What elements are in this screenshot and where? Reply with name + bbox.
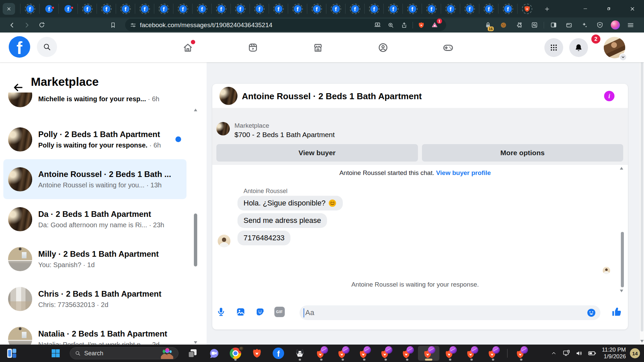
network-button[interactable] — [561, 348, 572, 358]
sidebar-scrollbar[interactable] — [193, 109, 198, 345]
forward-button[interactable] — [19, 19, 34, 31]
taskbar-icon-brave-profile[interactable] — [354, 346, 375, 361]
browser-tab-facebook[interactable]: f — [116, 4, 135, 14]
page-scroll-thumb[interactable] — [641, 50, 643, 331]
nav-groups[interactable] — [372, 33, 394, 62]
conversation-info-button[interactable]: i — [604, 91, 614, 101]
nav-watch[interactable] — [241, 33, 264, 62]
facebook-search-button[interactable] — [37, 37, 57, 57]
browser-tab-facebook[interactable]: f — [422, 4, 441, 14]
tray-chevron-button[interactable] — [549, 348, 559, 358]
profile-button[interactable] — [607, 19, 623, 31]
browser-tab-facebook[interactable]: f — [97, 4, 116, 14]
taskbar-icon-brave-profile[interactable] — [461, 346, 482, 361]
nav-marketplace[interactable] — [307, 33, 329, 62]
browser-tab-facebook[interactable]: f — [39, 4, 58, 14]
nav-gaming[interactable] — [437, 33, 460, 62]
view-buyer-profile-link[interactable]: View buyer profile — [436, 169, 491, 176]
facebook-logo[interactable]: f — [9, 36, 30, 58]
browser-tab-facebook[interactable]: f — [479, 4, 498, 14]
message-input[interactable]: Aa — [300, 305, 600, 320]
notification-center-badge[interactable]: 14 — [630, 348, 640, 358]
minimize-button[interactable] — [574, 0, 597, 17]
back-button[interactable] — [5, 19, 19, 31]
search-tabs-button[interactable] — [527, 19, 542, 31]
conversation-row[interactable]: Da · 2 Beds 1 Bath ApartmentDa: Good aft… — [3, 199, 186, 239]
browser-tab-facebook[interactable]: f — [498, 4, 517, 14]
maximize-button[interactable] — [597, 0, 621, 17]
taskbar-icon-brave-profile[interactable] — [482, 346, 504, 361]
browser-tab-facebook[interactable]: f — [135, 4, 154, 14]
browser-tab-facebook[interactable]: f — [402, 4, 422, 14]
extensions-button[interactable] — [511, 19, 527, 31]
site-settings-icon[interactable] — [130, 22, 137, 28]
new-tab-button[interactable] — [541, 4, 553, 14]
more-options-button[interactable]: More options — [422, 144, 624, 162]
conversation-row[interactable]: Chris · 2 Beds 1 Bath ApartmentChris: 77… — [3, 279, 186, 319]
page-scrollbar[interactable] — [639, 33, 644, 345]
chat-avatar[interactable] — [219, 87, 237, 105]
browser-tab-facebook[interactable]: f — [460, 4, 479, 14]
browser-tab-facebook[interactable]: f — [154, 4, 173, 14]
browser-tab-facebook[interactable]: f — [77, 4, 97, 14]
widgets-button[interactable] — [6, 345, 17, 362]
scroll-thumb[interactable] — [194, 214, 197, 266]
taskbar-search-box[interactable]: Search — [70, 347, 178, 359]
close-window-button[interactable] — [621, 0, 644, 17]
browser-tab-facebook[interactable]: f — [383, 4, 402, 14]
taskbar-icon-teams-chat[interactable] — [203, 346, 225, 361]
clock[interactable]: 11:20 PM 1/9/2026 — [602, 347, 626, 360]
address-bar[interactable]: facebook.com/messages/t/1908240436435214… — [125, 19, 446, 31]
active-tab-close-button[interactable] — [3, 3, 15, 15]
nav-home[interactable] — [176, 33, 199, 62]
browser-tab-facebook[interactable]: f — [326, 4, 345, 14]
taskbar-icon-brave-profile[interactable] — [396, 346, 418, 361]
reload-button[interactable] — [34, 19, 49, 31]
taskbar-icon-facebook[interactable]: f — [268, 346, 289, 361]
chat-scroll-down-arrow[interactable] — [620, 290, 623, 292]
send-to-device-button[interactable] — [371, 19, 384, 31]
browser-tab-brave[interactable] — [517, 4, 536, 14]
message-bubble[interactable]: 7176484233 — [237, 231, 290, 245]
conversation-row[interactable]: Natalia · 2 Beds 1 Bath ApartmentNatalia… — [3, 319, 186, 345]
wallet-button[interactable] — [561, 19, 577, 31]
scroll-up-arrow[interactable] — [194, 109, 197, 111]
view-buyer-button[interactable]: View buyer — [216, 144, 418, 162]
browser-tab-facebook[interactable]: f — [364, 4, 383, 14]
page-scroll-down-arrow[interactable] — [640, 340, 644, 343]
conversation-row[interactable]: Antoine Roussel · 2 Beds 1 Bath ...Antoi… — [3, 159, 186, 199]
password-manager-extension[interactable]: 16 — [480, 19, 496, 31]
share-button[interactable] — [397, 19, 411, 31]
taskbar-icon-brave-profile[interactable] — [439, 346, 461, 361]
leo-ai-button[interactable] — [577, 19, 592, 31]
emoji-button[interactable] — [586, 308, 596, 318]
sidebar-toggle-button[interactable] — [546, 19, 561, 31]
conversation-row[interactable]: Polly · 2 Beds 1 Bath ApartmentPolly is … — [3, 119, 186, 159]
taskbar-icon-start[interactable] — [45, 346, 66, 361]
cookie-extension[interactable] — [496, 19, 511, 31]
message-bubble[interactable]: Hola. ¿Sigue disponible? — [237, 196, 343, 210]
attach-image-button[interactable] — [234, 306, 247, 318]
browser-tab-facebook[interactable]: f — [288, 4, 307, 14]
taskbar-icon-brave-profile[interactable] — [418, 346, 439, 361]
bing-daily-image[interactable] — [156, 348, 178, 359]
browser-tab-facebook[interactable]: f — [20, 4, 39, 14]
browser-tab-facebook[interactable]: f — [173, 4, 192, 14]
message-bubble[interactable]: Send me adress please — [237, 213, 327, 228]
taskbar-icon-brave-profile[interactable] — [511, 346, 532, 361]
browser-tab-facebook[interactable]: f — [250, 4, 269, 14]
browser-tab-facebook[interactable]: f — [269, 4, 288, 14]
voice-clip-button[interactable] — [215, 306, 227, 318]
menu-button[interactable] — [623, 19, 638, 31]
taskbar-icon-task-view[interactable] — [182, 346, 203, 361]
taskbar-icon-brave-profile[interactable] — [375, 346, 396, 361]
conversation-row-partial[interactable]: Michelle is waiting for your resp... · 6… — [3, 93, 186, 119]
zoom-button[interactable] — [384, 19, 397, 31]
gif-button[interactable]: GIF — [273, 306, 285, 318]
browser-tab-facebook[interactable]: f — [345, 4, 364, 14]
brave-rewards-button[interactable]: 1 — [428, 19, 441, 31]
browser-tab-facebook[interactable]: f — [58, 4, 77, 14]
scroll-down-arrow[interactable] — [194, 341, 197, 344]
chat-scroll-thumb[interactable] — [621, 232, 624, 287]
like-button[interactable] — [610, 305, 623, 318]
